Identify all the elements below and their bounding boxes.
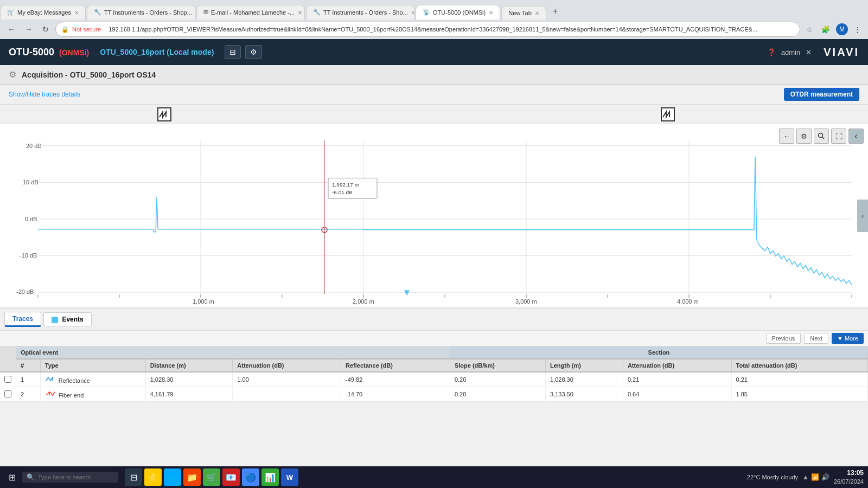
graph-svg[interactable]: 20 dB 10 dB 0 dB -10 dB -20 dB 1,000 m 2… — [0, 124, 868, 307]
toolbar: Show/Hide traces details OTDR measuremen… — [0, 85, 868, 105]
taskbar: ⊞ 🔍 ⊟ 🌟 🌐 📁 🛒 📧 🔵 📊 W 22°C Mostly cloudy… — [0, 466, 868, 488]
tab-tt2[interactable]: 🔧 TT Instruments - Orders - Sho... ✕ — [306, 5, 414, 20]
search-icon: 🔍 — [27, 473, 35, 481]
row1-total-attenuation: 0.21 — [731, 372, 867, 387]
graph-collapse-button[interactable]: ‹ — [848, 129, 864, 144]
taskbar-app2[interactable]: 🌐 — [164, 468, 181, 486]
events-indicator — [52, 317, 58, 323]
volume-icon[interactable]: 🔊 — [821, 473, 829, 481]
graph-controls: ← ⚙ ⛶ ‹ — [779, 129, 864, 144]
taskbar-time-date: 13:05 26/07/2024 — [834, 468, 864, 486]
graph-zoom-button[interactable] — [814, 129, 829, 144]
bookmark-icon[interactable]: ☆ — [803, 24, 815, 35]
settings-icon-button[interactable]: ⚙ — [245, 45, 262, 59]
row2-attenuation — [233, 387, 341, 402]
tab-tt2-label: TT Instruments - Orders - Sho... — [323, 9, 408, 16]
start-button[interactable]: ⊞ — [4, 470, 20, 485]
tab-tt2-close[interactable]: ✕ — [411, 10, 414, 16]
table-row: 2 Fiber end 4,161.79 -14.70 0.20 3,133.5… — [0, 387, 868, 402]
new-tab-button[interactable]: + — [547, 3, 563, 20]
next-button[interactable]: Next — [804, 333, 828, 344]
col-reflectance: Reflectance (dB) — [341, 359, 450, 372]
network-icon[interactable]: 📶 — [811, 473, 819, 481]
taskview-icon[interactable]: ⊟ — [125, 468, 142, 486]
col-type[interactable]: Type — [40, 359, 145, 372]
brand-sub: (ONMSi) — [59, 48, 89, 57]
tooltip-distance: 1,992.17 m — [332, 182, 359, 188]
taskbar-right: 22°C Mostly cloudy ▲ 📶 🔊 13:05 26/07/202… — [747, 468, 864, 486]
table-row: 1 Reflectance 1,028.30 1.00 -49.82 0.20 … — [0, 372, 868, 387]
header-right: ❓ admin ✕ VIAVI — [767, 46, 859, 59]
acquisition-icon: ⚙ — [9, 69, 16, 80]
tab-otu5000-close[interactable]: ✕ — [489, 10, 493, 16]
row2-section-attenuation: 0.64 — [623, 387, 731, 402]
user-close-icon[interactable]: ✕ — [806, 48, 812, 56]
tab-ebay-close[interactable]: ✕ — [74, 10, 79, 16]
system-tray-icon[interactable]: ▲ — [802, 473, 809, 481]
table-container: Previous Next ▼ More Optical event Secti… — [0, 331, 868, 402]
graph-settings-button[interactable]: ⚙ — [796, 129, 812, 144]
taskbar-app6[interactable]: 🔵 — [242, 468, 259, 486]
app-header: OTU-5000 (ONMSi) OTU_5000_16port (Local … — [0, 39, 868, 65]
row1-distance: 1,028.30 — [145, 372, 233, 387]
y-label-minus20db: -20 dB — [16, 288, 34, 295]
table-toolbar: Previous Next ▼ More — [0, 331, 868, 346]
tab-email[interactable]: ✉ E-mail - Mohamed Lameche -... ✕ — [196, 5, 305, 20]
tab-otu5000[interactable]: 📡 OTU-5000 (ONMSi) ✕ — [416, 5, 500, 20]
svg-point-12 — [819, 133, 823, 138]
extensions-icon[interactable]: 🧩 — [819, 24, 833, 35]
previous-button[interactable]: Previous — [766, 333, 801, 344]
tab-newtab[interactable]: New Tab ✕ — [501, 6, 546, 20]
taskbar-app8[interactable]: W — [281, 468, 298, 486]
brand-name: OTU-5000 — [9, 47, 54, 57]
taskbar-app1[interactable]: 🌟 — [144, 468, 162, 486]
graph-fullscreen-button[interactable]: ⛶ — [831, 129, 846, 144]
tab-email-close[interactable]: ✕ — [298, 10, 302, 16]
reload-button[interactable]: ↻ — [39, 23, 52, 35]
section-header: Section — [450, 346, 867, 359]
forward-button[interactable]: → — [22, 23, 36, 35]
col-distance[interactable]: Distance (m) — [145, 359, 233, 372]
reflectance-icon — [45, 375, 57, 383]
row1-checkbox[interactable] — [0, 372, 16, 387]
help-icon[interactable]: ❓ — [767, 48, 776, 56]
tab-ebay[interactable]: 🛒 My eBay: Messages ✕ — [0, 5, 86, 20]
tab-tt1[interactable]: 🔧 TT Instruments - Orders - Shop... ✕ — [87, 5, 195, 20]
back-button[interactable]: ← — [4, 23, 18, 35]
events-tab-label: Events — [62, 316, 83, 323]
taskbar-app7[interactable]: 📊 — [261, 468, 279, 486]
taskbar-search-input[interactable] — [38, 474, 114, 480]
marker-icon-left[interactable] — [157, 107, 171, 121]
traces-tab[interactable]: Traces — [4, 312, 41, 327]
show-hide-link[interactable]: Show/Hide traces details — [9, 91, 80, 98]
profile-icon[interactable]: M — [836, 23, 848, 35]
system-icons: ▲ 📶 🔊 — [802, 473, 829, 481]
tooltip-background — [328, 178, 377, 198]
taskbar-app3[interactable]: 📁 — [183, 468, 201, 486]
tab-otu5000-label: OTU-5000 (ONMSi) — [433, 9, 486, 16]
row2-checkbox[interactable] — [0, 387, 16, 402]
side-scroll-button[interactable]: ‹ — [857, 200, 868, 232]
tab-tt1-favicon: 🔧 — [94, 9, 101, 16]
menu-icon[interactable]: ⋮ — [851, 24, 864, 35]
optical-event-header: Optical event — [16, 346, 450, 359]
more-button[interactable]: ▼ More — [832, 333, 864, 344]
otdr-measurement-button[interactable]: OTDR measurement — [784, 88, 859, 101]
marker-icon-right[interactable] — [661, 107, 675, 121]
acquisition-bar: ⚙ Acquisition - OTU_5000_16port OS14 — [0, 65, 868, 85]
tab-newtab-close[interactable]: ✕ — [535, 10, 539, 16]
acquisition-title: Acquisition - OTU_5000_16port OS14 — [22, 70, 156, 79]
graph-back-button[interactable]: ← — [779, 129, 794, 144]
viavi-logo: VIAVI — [824, 46, 859, 59]
row2-checkbox-input[interactable] — [4, 390, 11, 397]
col-slope: Slope (dB/km) — [450, 359, 545, 372]
y-label-10db: 10 dB — [23, 179, 39, 185]
tab-otu5000-favicon: 📡 — [423, 9, 430, 16]
events-tab[interactable]: Events — [43, 312, 92, 326]
taskbar-app4[interactable]: 🛒 — [203, 468, 220, 486]
taskbar-app5[interactable]: 📧 — [222, 468, 240, 486]
row1-checkbox-input[interactable] — [4, 376, 11, 383]
monitor-icon-button[interactable]: ⊟ — [225, 45, 241, 59]
row1-slope: 0.20 — [450, 372, 545, 387]
address-input[interactable] — [104, 24, 794, 35]
